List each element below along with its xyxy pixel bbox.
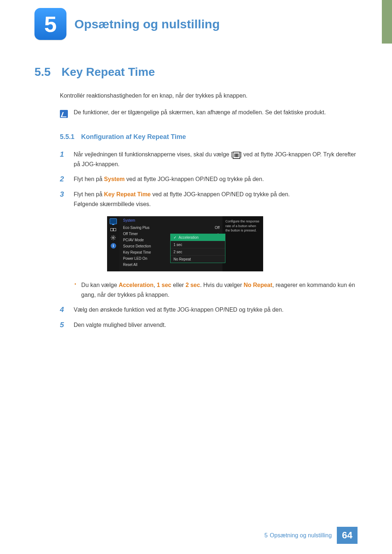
step-2-text: Flyt hen på System ved at flytte JOG-kna… [74,174,264,184]
step-4-text: Vælg den ønskede funktion ved at flytte … [74,305,283,315]
note-text: De funktioner, der er tilgængelige på sk… [74,109,326,116]
step-5-text: Den valgte mulighed bliver anvendt. [74,320,166,330]
osd-row-offtimer: Off Timer [123,232,138,236]
section-title: Key Repeat Time [61,65,155,78]
osd-help-text: Configure the response rate of a button … [222,216,263,271]
monitor-icon [110,218,117,224]
step-number-1: 1 [60,149,67,169]
osd-popup-norepeat: No Repeat [171,255,225,263]
step-1-text: Når vejledningen til funktionsknapperne … [74,149,358,169]
footer-chapter-title: Opsætning og nulstilling [270,532,332,539]
note-icon [60,110,68,118]
osd-row-eco-value: Off [215,226,220,230]
section-heading: 5.5 Key Repeat Time [34,65,358,79]
info-icon: i [111,243,116,249]
osd-row-eco: Eco Saving Plus [123,226,150,230]
footer-page-number: 64 [337,527,358,544]
osd-row-srcdet: Source Detection [123,244,151,248]
step-number-3: 3 [60,189,67,209]
footer-chapter-number: 5 [264,532,268,539]
osd-popup-2sec: 2 sec [171,248,225,255]
subsection-heading: 5.5.1 Konfiguration af Key Repeat Time [60,133,358,141]
menu-grid-icon [233,152,240,159]
step-number-5: 5 [60,320,67,330]
section-number: 5.5 [34,65,60,79]
gear-icon [110,235,117,240]
osd-popup-1sec: 1 sec [171,241,225,248]
bullet-dot-icon: ● [74,282,76,300]
step-number-4: 4 [60,305,67,315]
osd-row-pcav: PC/AV Mode [123,238,144,242]
osd-popup: Acceleration 1 sec 2 sec No Repeat [170,234,225,263]
osd-row-reset: Reset All [123,263,137,267]
page-footer: 5 Opsætning og nulstilling 64 [264,527,358,544]
section-intro-text: Kontrollér reaktionshastigheden for en k… [60,93,358,99]
chapter-number-badge: 5 [34,8,66,40]
osd-section-label: System [123,218,220,222]
side-color-band [382,0,392,44]
chapter-header: 5 Opsætning og nulstilling [34,8,358,40]
arrows-icon [110,227,117,232]
svg-point-0 [113,237,114,238]
osd-row-krt: Key Repeat Time [123,250,151,254]
osd-screenshot: i System Eco Saving PlusOff Off Timer▸ P… [107,216,263,271]
osd-popup-acceleration: Acceleration [171,234,225,241]
subsection-number: 5.5.1 [60,133,74,140]
osd-nav-column: i [107,216,119,271]
osd-row-pled: Power LED On [123,257,147,260]
step-number-2: 2 [60,174,67,184]
step-3-text: Flyt hen på Key Repeat Time ved at flytt… [74,189,290,209]
subsection-title: Konfiguration af Key Repeat Time [81,133,186,140]
chapter-title: Opsætning og nulstilling [74,17,220,31]
bullet-text: Du kan vælge Acceleration, 1 sec eller 2… [81,280,358,300]
